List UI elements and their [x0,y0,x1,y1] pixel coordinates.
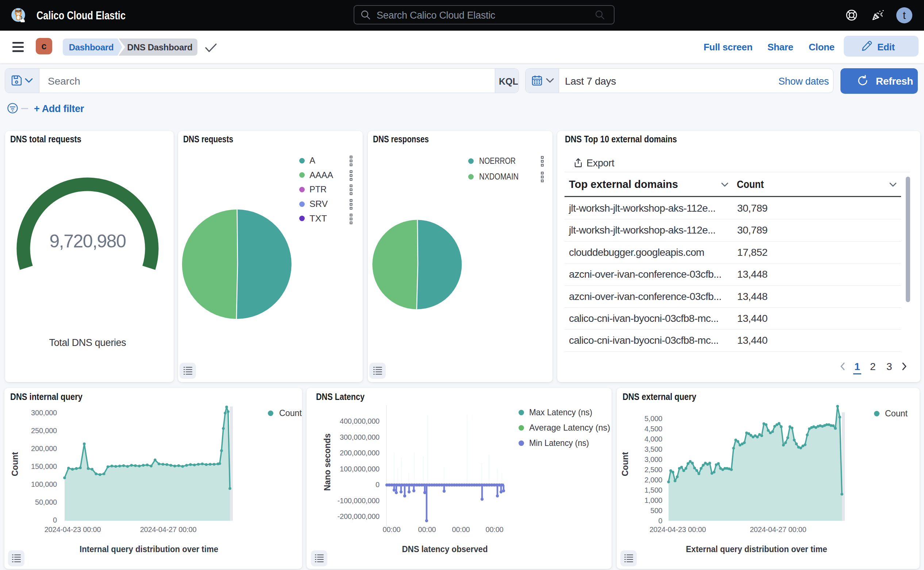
svg-text:Total DNS queries: Total DNS queries [49,337,126,348]
svg-text:DNS Top 10 external domains: DNS Top 10 external domains [565,133,677,144]
svg-text:SRV: SRV [310,199,328,209]
svg-text:Max Latency (ns): Max Latency (ns) [529,407,592,417]
svg-text:Min Latency (ns): Min Latency (ns) [529,438,589,448]
svg-text:Dashboard: Dashboard [69,42,114,52]
svg-text:Count: Count [737,178,764,190]
svg-text:Count: Count [279,408,302,418]
svg-text:Calico Cloud Elastic: Calico Cloud Elastic [37,9,126,22]
svg-text:PTR: PTR [310,184,326,194]
svg-text:Top external domains: Top external domains [569,178,678,190]
svg-text:DNS latency observed: DNS latency observed [402,544,488,554]
svg-text:9,720,980: 9,720,980 [50,231,126,251]
svg-text:Count: Count [885,408,907,418]
svg-text:TXT: TXT [310,213,327,223]
svg-text:NOERROR: NOERROR [479,156,516,165]
svg-text:Internal query distribution ov: Internal query distribution over time [80,544,218,554]
svg-text:AAAA: AAAA [310,170,333,180]
svg-text:Average Latency (ns): Average Latency (ns) [529,423,610,432]
svg-text:DNS Dashboard: DNS Dashboard [127,42,193,52]
svg-text:A: A [310,155,315,165]
svg-text:External query distribution ov: External query distribution over time [686,544,827,554]
svg-text:NXDOMAIN: NXDOMAIN [479,172,519,181]
